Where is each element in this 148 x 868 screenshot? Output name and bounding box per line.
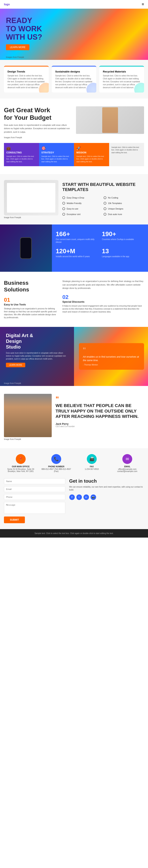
biz-item-1: 01 Easy to Use Tools Strategic planning … — [4, 297, 58, 319]
social-linkedin-icon[interactable]: in — [83, 494, 89, 500]
hero-learn-more-button[interactable]: LEARN MORE — [6, 44, 29, 50]
contact-icons-row: 📍 OUR MAIN OFFICE Some St 34 Brooklyn, S… — [4, 454, 144, 472]
work-title: Get Great Work for Your Budget — [4, 106, 72, 122]
contact-form-left: SUBMIT — [4, 478, 65, 523]
fourth-col-text: Sample text. Click to select the text bo… — [112, 146, 142, 154]
stat-number-4: 13 — [102, 248, 144, 255]
believe-images-credit: Image from Freepik — [4, 438, 52, 440]
stat-number-1: 166+ — [56, 230, 98, 238]
biz-num-2: 02 — [63, 294, 144, 300]
templates-section: Image from Freepik START WITH BEAUTIFUL … — [0, 174, 148, 224]
digital-content: Digital Art & Design Studio Duis aute ir… — [0, 327, 74, 373]
mission-col-orange: 🚀 MISSION Sample text. Click to select t… — [74, 143, 109, 166]
email-label: EMAIL — [110, 466, 144, 468]
stat-item-4: 13 Languages available in the app — [102, 248, 144, 258]
believe-photo-wrapper: Image from Freepik — [4, 394, 52, 440]
strategy-icon: 🎯 — [42, 146, 72, 150]
digital-description: Duis aute irure dolor in reprehenderit i… — [6, 351, 68, 360]
location-icon: 📍 — [16, 454, 26, 464]
email-input[interactable] — [4, 486, 65, 492]
biz-item-2: 02 Special Discounts It helps to ensure … — [63, 294, 144, 313]
menu-icon[interactable]: ≡ — [142, 2, 144, 6]
stat-number-2: 190+ — [102, 230, 144, 238]
templates-title: START WITH BEAUTIFUL WEBSITE TEMPLATES — [63, 182, 144, 192]
feature-card-sustainable: Sustainable designs Sample text. Click t… — [52, 66, 97, 93]
strategy-title: STRATEGY — [42, 151, 72, 154]
contact-title: Get in touch — [69, 478, 144, 484]
circle-icon-5 — [63, 207, 65, 210]
work-images-credit: Images from Freepik — [4, 136, 22, 138]
logo: logo — [4, 3, 10, 6]
social-instagram-icon[interactable]: 📷 — [91, 494, 96, 500]
business-section: Business Solutions 01 Easy to Use Tools … — [0, 272, 148, 327]
quote-author: - Thomas Merton — [83, 364, 140, 366]
templates-left: Image from Freepik — [4, 180, 58, 219]
circle-icon-7 — [63, 213, 65, 216]
fax-value: 1-234-567-8910 — [75, 468, 108, 470]
consulting-title: CONSULTING — [6, 151, 37, 154]
stat-number-3: 120+M — [56, 248, 98, 255]
consulting-text: Sample text. Click to select the text bo… — [6, 155, 37, 163]
strategy-col-blue: 🎯 STRATEGY Sample text. Click to select … — [39, 143, 74, 166]
template-feature-6: Unique Designs — [104, 206, 144, 211]
circle-icon-8 — [104, 213, 106, 216]
digital-learn-more-button[interactable]: LEARN MORE — [6, 363, 25, 367]
contact-form-wrapper: SUBMIT Get in touch We can ensure reliab… — [4, 478, 144, 523]
stat-label-4: Languages available in the app — [102, 255, 144, 258]
believe-right: " WE BELIEVE THAT PEOPLE CAN BE TRULY HA… — [56, 394, 144, 428]
biz-subtitle-1: Easy to Use Tools — [4, 303, 58, 306]
contact-phone: 📞 PHONE NUMBER 888-012-4567 (Tel) 888-01… — [40, 454, 73, 472]
mission-title: MISSION — [76, 151, 107, 154]
template-feature-list: Easy Drag-n-Drop No Coding Mobile-Friend… — [63, 195, 144, 217]
stat-label-2: Countries where OurApp is available — [102, 238, 144, 241]
email-value: office@example.com contact@example.com — [110, 468, 144, 472]
phone-icon: 📞 — [51, 454, 61, 464]
hero-content: READY TO WORK WITH US? LEARN MORE — [0, 9, 148, 58]
consulting-grid: 💼 CONSULTING Sample text. Click to selec… — [4, 143, 144, 166]
consulting-icon: 💼 — [6, 146, 37, 150]
circle-icon-6 — [104, 207, 106, 210]
quote-box: " Art enables us to find ourselves and l… — [79, 343, 144, 370]
believe-title: WE BELIEVE THAT PEOPLE CAN BE TRULY HAPP… — [56, 403, 144, 419]
office-value: Some St 34 Brooklyn, Suite 34 Brooklyn, … — [4, 468, 38, 472]
name-input[interactable] — [4, 478, 65, 484]
email-icon: ✉ — [122, 454, 132, 464]
template-feature-7: Excepteur sint — [63, 212, 103, 217]
stat-item-2: 190+ Countries where OurApp is available — [102, 230, 144, 244]
template-feature-8: Duis aute irure — [104, 212, 144, 217]
message-input[interactable] — [4, 502, 65, 514]
contact-form-right: Get in touch We can ensure reliability, … — [69, 478, 144, 523]
business-right: Strategic planning is an organization's … — [63, 280, 144, 319]
phone-input[interactable] — [4, 494, 65, 500]
circle-icon-4 — [104, 202, 106, 205]
phone-value: 888-012-4567 (Tel) 888-012-4567 (Fax) — [40, 468, 73, 472]
strategy-text: Sample text. Click to select the text bo… — [42, 155, 72, 163]
social-facebook-icon[interactable]: f — [69, 494, 75, 500]
business-title: Business Solutions — [4, 280, 58, 293]
believe-author-role: CEO and Co-Founder — [56, 425, 144, 428]
big-quote-mark: " — [83, 347, 140, 353]
submit-button[interactable]: SUBMIT — [4, 517, 25, 523]
biz-desc-1: Strategic planning is an organization's … — [4, 307, 58, 319]
stats-right: 166+ Our current team count, uniquem mol… — [52, 224, 148, 272]
form-group-message — [4, 502, 65, 515]
stat-item-3: 120+M Installs around the world within 6… — [56, 248, 98, 258]
contact-fax: 📠 FAX 1-234-567-8910 — [75, 454, 108, 472]
feature-title-1: Design Trends — [7, 70, 45, 73]
contact-email: ✉ EMAIL office@example.com contact@examp… — [110, 454, 144, 472]
biz-num-1: 01 — [4, 297, 58, 303]
template-feature-1: Easy Drag-n-Drop — [63, 195, 103, 200]
believe-photo — [4, 394, 52, 437]
form-group-phone — [4, 494, 65, 500]
stats-grid: 166+ Our current team count, uniquem mol… — [56, 230, 144, 258]
stats-section: 166+ Our current team count, uniquem mol… — [0, 224, 148, 272]
header: logo ≡ — [0, 0, 148, 9]
work-section: Get Great Work for Your Budget Duis aute… — [0, 98, 148, 174]
template-feature-5: Easy-to-use — [63, 206, 103, 211]
digital-section: Digital Art & Design Studio Duis aute ir… — [0, 327, 148, 386]
social-twitter-icon[interactable]: t — [76, 494, 82, 500]
form-group-name — [4, 478, 65, 484]
digital-title: Digital Art & Design Studio — [6, 333, 68, 350]
circle-icon-2 — [104, 196, 106, 199]
features-grid: Design Trends Sample text. Click to sele… — [4, 66, 144, 93]
